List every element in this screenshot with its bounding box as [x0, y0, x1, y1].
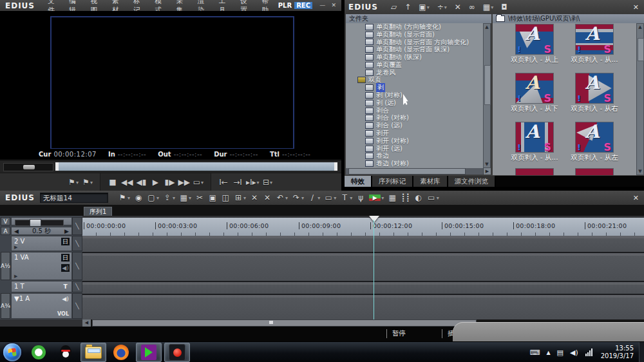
video-mute-toggle[interactable]: V — [1, 217, 10, 225]
drag-handle[interactable]: ╲ — [72, 281, 82, 292]
tab-effects[interactable]: 特效 — [345, 176, 372, 187]
close-icon[interactable]: ✕ — [633, 3, 639, 12]
rec-indicator[interactable]: REC — [294, 2, 312, 9]
tab-sequence1[interactable]: 序列1 — [84, 207, 112, 216]
scroll-down-icon[interactable]: ▼ — [637, 168, 643, 175]
taskbar-item-qq[interactable] — [53, 343, 78, 361]
zoom-slider-track[interactable] — [15, 220, 64, 226]
effect-thumb-peel-from-bottom[interactable]: A!S 双页剥入 - 从下 — [500, 73, 569, 113]
tree-item[interactable]: 剥开 (对称) — [346, 137, 483, 145]
track-lane-1t[interactable] — [82, 282, 644, 294]
speaker-icon[interactable]: ◀) — [61, 295, 70, 303]
move-up-icon[interactable]: ↑ — [404, 3, 411, 12]
start-button[interactable] — [3, 343, 21, 361]
scroll-thumb[interactable] — [92, 319, 477, 327]
shuttle-handle[interactable] — [23, 165, 35, 169]
tab-bin[interactable]: 素材库 — [413, 176, 448, 187]
effect-thumb-peel-2[interactable]: A!S 双页剥入 - 从... — [500, 122, 569, 162]
tree-item[interactable]: 剥合 (远) — [346, 122, 483, 129]
voiceover-icon[interactable]: ψ — [356, 193, 365, 202]
timecode-ruler[interactable]: 00:00:00:00 00:00:03:00 00:00:06:00 00:0… — [82, 218, 644, 236]
volume-label[interactable]: VOL — [57, 311, 69, 317]
view-grid-icon[interactable]: ▦▾ — [483, 3, 493, 12]
marker-tool-icon[interactable]: ⚑▾ — [118, 193, 130, 202]
scroll-left-icon[interactable]: ◀ — [82, 319, 91, 327]
set-out-flag-button[interactable]: ⚑▾ — [82, 176, 93, 189]
tree-item[interactable]: 单页覆盖 — [346, 61, 483, 69]
taskbar-item-firefox[interactable] — [109, 343, 133, 361]
tree-item[interactable]: 剥开 — [346, 129, 483, 137]
save-icon[interactable]: ▦▾ — [179, 193, 191, 202]
effect-thumb-peel-from-top[interactable]: A!S 双页剥入 - 从上 — [500, 24, 569, 64]
position-bar[interactable] — [55, 162, 337, 171]
expand-icon[interactable]: ▶ — [14, 245, 17, 250]
audio-channel-map-12[interactable]: A½ — [1, 252, 10, 280]
scroll-right-icon[interactable]: ▶ — [483, 168, 491, 175]
tree-item[interactable]: 卷边 (对称) — [346, 160, 483, 167]
copy-icon[interactable]: ▣ — [208, 193, 217, 202]
track-header-2v[interactable]: 2 V 日 ▶ — [11, 236, 72, 251]
undo-icon[interactable]: ↶▾ — [276, 193, 288, 202]
match-frame-icon[interactable]: ▭▾ — [324, 193, 336, 202]
track-panel-icon[interactable]: 日 — [61, 254, 70, 262]
prev-frame-button[interactable]: ◀▮ — [135, 176, 147, 189]
delete-icon[interactable]: ✕ — [250, 193, 259, 202]
tree-item[interactable]: 剥 (对称) — [346, 91, 483, 99]
taskbar-item-browser[interactable] — [26, 343, 51, 361]
track-header-1t[interactable]: 1 T T — [11, 281, 72, 292]
monitor-layout-icon[interactable]: ▭▾ — [427, 193, 439, 202]
tray-expand-icon[interactable]: ▲ — [546, 350, 550, 356]
track-panel-icon[interactable]: 日 — [61, 238, 70, 245]
action-center-icon[interactable]: ▤ — [557, 348, 564, 357]
delete-inout-icon[interactable]: ✕ — [263, 193, 272, 202]
close-icon[interactable]: ✕ — [633, 194, 639, 202]
redo-icon[interactable]: ↷▾ — [292, 193, 304, 202]
mark-in-button[interactable]: Ⅰ← — [218, 176, 229, 189]
close-button[interactable]: ✕ — [330, 2, 338, 9]
scroll-thumb[interactable] — [638, 38, 644, 61]
drag-handle[interactable]: ╲ — [72, 236, 82, 251]
scroll-down-icon[interactable]: ▼ — [484, 161, 490, 167]
effect-thumb-peel[interactable]: A!S 双页剥入 - 从... — [560, 24, 629, 64]
scroll-up-icon[interactable]: ▲ — [484, 24, 490, 30]
track-lane-1va[interactable] — [82, 253, 644, 281]
tree-item[interactable]: 剥 (远) — [346, 99, 483, 107]
lock-icon[interactable]: ◘ — [501, 3, 507, 12]
taskbar-item-edius[interactable] — [136, 343, 162, 362]
set-in-flag-button[interactable]: ⚑▾ — [68, 176, 79, 189]
play-button[interactable]: ▶ — [149, 176, 161, 189]
timescale-control[interactable]: ◀0.5 秒▶ — [11, 227, 72, 235]
tree-item[interactable]: 剥合 (对称) — [346, 115, 483, 122]
drag-handle[interactable]: ╲ — [72, 293, 82, 319]
scroll-thumb[interactable] — [484, 65, 491, 105]
export-icon[interactable]: ⇪▾ — [163, 193, 175, 202]
tree-item[interactable]: 剥开 (远) — [346, 145, 483, 153]
zoom-slider-handle[interactable] — [30, 219, 41, 227]
timescale-next-icon[interactable]: ▶ — [64, 228, 69, 234]
drag-handle[interactable]: ╲ — [72, 217, 82, 235]
track-lane-2v[interactable] — [82, 236, 644, 252]
paste-icon[interactable]: ◫ — [221, 193, 230, 202]
track-lanes[interactable] — [82, 236, 644, 319]
tree-item[interactable]: 龙卷风 — [346, 69, 483, 77]
scroll-up-icon[interactable]: ▲ — [637, 24, 643, 30]
track-lane-1a[interactable] — [82, 295, 644, 319]
timescale-value[interactable]: 0.5 秒 — [32, 227, 51, 236]
effect-thumb-peel-from-left[interactable]: A!S 双页剥入 - 从左 — [560, 122, 629, 162]
tree-item-selected[interactable]: 剥 — [346, 84, 483, 91]
tree-item[interactable]: 卷边 — [346, 153, 483, 160]
link-icon[interactable]: ∞ — [469, 3, 475, 12]
grid-view-icon[interactable]: ▦ — [388, 193, 397, 202]
scroll-thumb[interactable] — [348, 168, 466, 175]
stop-button[interactable]: ■ — [107, 176, 118, 189]
razor-icon[interactable]: ∕▾ — [308, 193, 320, 202]
loop-button[interactable]: ▭▾ — [193, 176, 204, 189]
rewind-button[interactable]: ◀◀ — [121, 176, 133, 189]
tree-scrollbar-horizontal[interactable]: ▶ — [346, 168, 491, 175]
tab-sequence-marker[interactable]: 序列标记 — [372, 176, 413, 187]
timescale-prev-icon[interactable]: ◀ — [14, 228, 19, 234]
minimize-button[interactable]: — — [319, 2, 327, 9]
cut-icon[interactable]: ✂ — [195, 193, 204, 202]
divide-icon[interactable]: ÷▾ — [437, 3, 447, 12]
new-folder-icon[interactable]: ▱ — [391, 3, 397, 12]
